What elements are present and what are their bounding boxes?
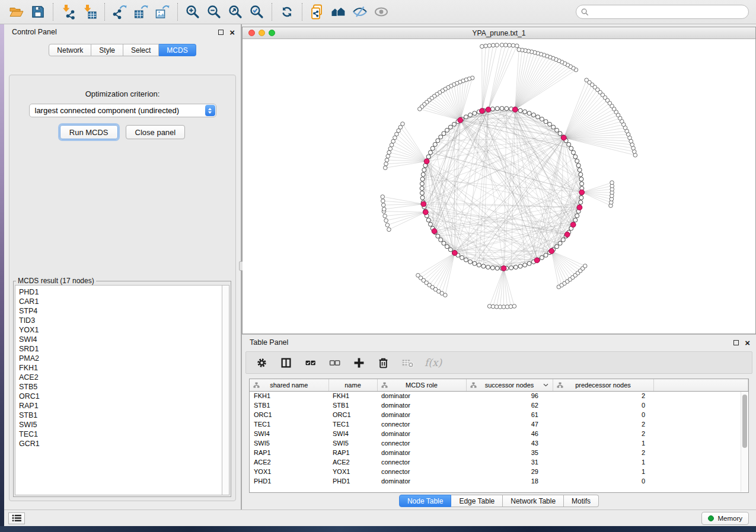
column-header-successor-nodes[interactable]: successor nodes [466,379,553,391]
column-header-MCDS-role[interactable]: MCDS role [377,379,466,391]
cell[interactable]: STB1 [250,400,328,410]
cell[interactable]: 35 [466,448,553,457]
cell[interactable]: 1 [553,438,653,448]
zoom-out-button[interactable] [203,2,225,22]
cell[interactable]: 31 [466,457,553,467]
cell[interactable]: ORC1 [328,410,377,419]
zoom-selected-button[interactable] [246,2,267,22]
table-row[interactable]: SWI4SWI4dominator462 [250,429,748,438]
optimization-criterion-select[interactable]: largest connected component (undirected) [29,104,216,117]
mcds-result-item[interactable]: SWI4 [19,335,222,344]
mcds-result-list[interactable]: PHD1CAR1STP4TID3YOX1SWI4SRD1PMA2FKH1ACE2… [15,285,222,495]
mcds-result-item[interactable]: RAP1 [19,401,222,411]
cell[interactable]: SWI4 [328,429,377,438]
cell[interactable]: 46 [466,429,553,438]
cell[interactable]: ACE2 [328,457,377,467]
network-graph[interactable] [243,39,755,334]
table-row[interactable]: FKH1FKH1dominator962 [250,391,748,400]
mcds-result-item[interactable]: ACE2 [19,373,222,382]
mcds-result-item[interactable]: FKH1 [19,363,222,373]
cell[interactable]: YOX1 [250,467,328,476]
column-header-shared-name[interactable]: shared name [250,379,328,391]
tab-node-table[interactable]: Node Table [399,495,452,507]
cell[interactable]: SWI5 [328,438,377,448]
cell[interactable]: dominator [377,476,466,486]
deselect-all-columns-button[interactable] [327,355,342,370]
table-row[interactable]: YOX1YOX1connector291 [250,467,748,476]
save-session-button[interactable] [27,2,49,22]
open-session-button[interactable] [6,2,27,22]
cell[interactable]: STB1 [328,400,377,410]
cell[interactable]: PHD1 [328,476,377,486]
table-scrollbar[interactable] [741,392,748,492]
table-scrollbar-thumb[interactable] [742,395,747,448]
hide-eye-button[interactable] [349,2,371,22]
import-table-button[interactable] [79,2,100,22]
cell[interactable]: 0 [553,400,653,410]
delete-column-button[interactable] [376,355,390,370]
cell[interactable]: 2 [553,419,653,429]
create-column-button[interactable] [352,355,366,370]
cell[interactable]: RAP1 [328,448,377,457]
function-builder-button[interactable]: f(x) [425,357,442,368]
delete-table-button[interactable] [400,355,414,370]
cell[interactable]: dominator [377,400,466,410]
tab-network[interactable]: Network [49,44,91,56]
cell[interactable]: dominator [377,391,466,400]
mcds-result-item[interactable]: GCR1 [19,439,222,448]
mcds-result-item[interactable]: PMA2 [19,354,222,363]
cell[interactable]: 96 [466,391,553,400]
cell[interactable]: YOX1 [328,467,377,476]
show-eye-button[interactable] [371,2,392,22]
cell[interactable]: SWI4 [250,429,328,438]
column-header-predecessor-nodes[interactable]: predecessor nodes [553,379,653,391]
column-header-name[interactable]: name [328,379,377,391]
cell[interactable]: SWI5 [250,438,328,448]
mcds-result-item[interactable]: TID3 [19,316,222,325]
cell[interactable]: 61 [466,410,553,419]
mcds-result-item[interactable]: ORC1 [19,392,222,401]
cell[interactable]: dominator [377,410,466,419]
task-history-button[interactable] [8,512,25,524]
cell[interactable]: RAP1 [250,448,328,457]
zoom-in-button[interactable] [182,2,203,22]
table-row[interactable]: RAP1RAP1dominator352 [250,448,748,457]
memory-button[interactable]: Memory [701,512,749,525]
float-panel-icon[interactable] [218,30,224,35]
show-columns-button[interactable] [279,355,293,370]
mcds-result-item[interactable]: TEC1 [19,430,222,439]
tab-mcds[interactable]: MCDS [159,44,196,56]
cell[interactable]: TEC1 [250,419,328,429]
tab-edge-table[interactable]: Edge Table [451,495,503,507]
table-row[interactable]: ACE2ACE2connector311 [250,457,748,467]
cell[interactable]: 1 [553,467,653,476]
cell[interactable]: dominator [377,429,466,438]
table-row[interactable]: SWI5SWI5connector431 [250,438,748,448]
export-network-button[interactable] [109,2,130,22]
refresh-layout-button[interactable] [276,2,298,22]
mcds-result-item[interactable]: PHD1 [19,287,222,297]
close-table-panel-icon[interactable]: × [745,338,750,347]
share-document-button[interactable] [307,2,328,22]
cell[interactable]: ACE2 [250,457,328,467]
network-window-titlebar[interactable]: YPA_prune.txt_1 [243,27,755,39]
tab-motifs[interactable]: Motifs [564,495,599,507]
cell[interactable]: 47 [466,419,553,429]
cell[interactable]: 0 [553,410,653,419]
cell[interactable]: FKH1 [250,391,328,400]
cell[interactable]: PHD1 [250,476,328,486]
houses-button[interactable] [328,2,349,22]
cell[interactable]: 18 [466,476,553,486]
mcds-result-item[interactable]: CAR1 [19,297,222,306]
cell[interactable]: TEC1 [328,419,377,429]
export-table-button[interactable] [130,2,152,22]
table-settings-button[interactable] [254,355,269,370]
cell[interactable]: connector [377,457,466,467]
mcds-result-item[interactable]: SWI5 [19,420,222,430]
mcds-result-item[interactable]: STP4 [19,306,222,316]
cell[interactable]: 43 [466,438,553,448]
search-input[interactable] [592,8,744,16]
network-canvas[interactable] [243,39,755,334]
mcds-result-item[interactable]: STB5 [19,382,222,392]
select-all-columns-button[interactable] [303,355,317,370]
